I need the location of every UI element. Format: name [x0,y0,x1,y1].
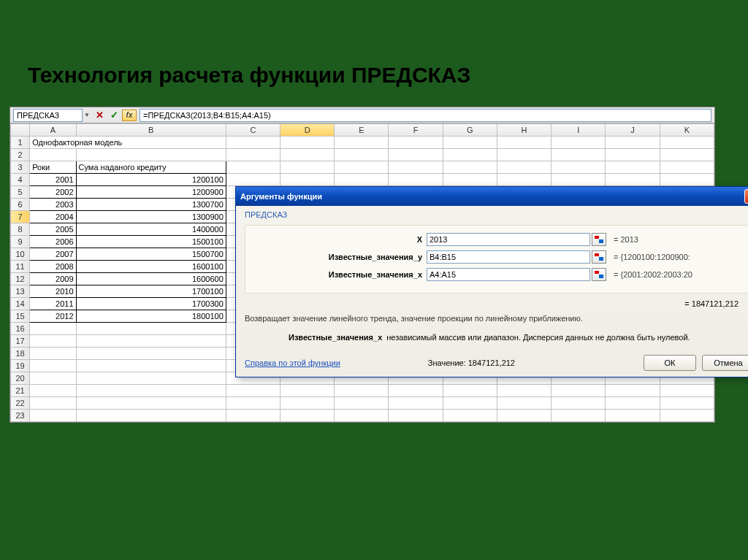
cell[interactable] [226,410,280,422]
row-header[interactable]: 7 [11,211,30,223]
col-header-F[interactable]: F [389,124,443,137]
row-header[interactable]: 12 [11,273,30,285]
cell[interactable] [76,149,226,161]
cell[interactable] [226,385,280,397]
cell[interactable] [660,174,714,186]
row-header[interactable]: 16 [11,323,30,335]
cell[interactable] [497,149,551,161]
cell[interactable] [30,360,76,372]
cell[interactable] [389,397,443,410]
cell[interactable] [76,360,226,372]
cell[interactable] [443,410,497,422]
arg-input-known-y[interactable] [427,250,590,264]
cell[interactable]: 1500700 [76,248,226,261]
cell[interactable] [280,161,335,174]
cell[interactable]: 2009 [30,273,76,285]
cell[interactable]: 1800100 [76,310,226,323]
cell[interactable] [443,174,497,186]
cell[interactable] [280,385,335,397]
cell[interactable] [606,174,660,186]
cell[interactable]: 2002 [30,186,76,199]
col-header-I[interactable]: I [552,124,606,137]
cell[interactable]: 2006 [30,236,76,248]
cell[interactable] [226,397,280,410]
cell[interactable]: 2010 [30,285,76,298]
col-header-C[interactable]: C [226,124,280,137]
cell[interactable]: 1300900 [76,211,226,223]
cell[interactable] [226,149,280,161]
cell[interactable] [552,385,606,397]
cell[interactable] [606,137,660,149]
cell[interactable]: 2005 [30,223,76,236]
accept-formula-icon[interactable]: ✓ [107,109,121,122]
row-header[interactable]: 21 [11,385,30,397]
col-header-B[interactable]: B [76,124,226,137]
cell[interactable] [497,385,551,397]
col-header-D[interactable]: D [280,124,335,137]
cell[interactable] [335,161,389,174]
row-header[interactable]: 11 [11,261,30,273]
row-header[interactable]: 23 [11,410,30,422]
cell[interactable] [497,137,551,149]
cell[interactable] [30,348,76,360]
col-header-J[interactable]: J [606,124,660,137]
cell[interactable]: Роки [30,161,76,174]
cell[interactable]: Сума наданого кредиту [76,161,226,174]
cell[interactable] [335,385,389,397]
cell[interactable] [606,397,660,410]
namebox-dropdown-icon[interactable]: ▼ [83,112,91,118]
row-header[interactable]: 6 [11,199,30,211]
row-header[interactable]: 18 [11,348,30,360]
row-header[interactable]: 20 [11,372,30,385]
range-selector-icon[interactable] [592,250,606,264]
arg-input-known-x[interactable] [427,268,590,281]
cell[interactable] [660,149,714,161]
cell[interactable] [389,410,443,422]
cell[interactable] [76,323,226,335]
cell[interactable] [552,397,606,410]
cell[interactable] [226,174,280,186]
ok-button[interactable]: ОК [644,355,696,371]
cell[interactable]: 1600100 [76,261,226,273]
cell[interactable] [76,335,226,348]
formula-input[interactable]: =ПРЕДСКАЗ(2013;B4:B15;A4:A15) [140,109,711,122]
row-header[interactable]: 13 [11,285,30,298]
cell[interactable] [280,410,335,422]
cell[interactable]: 1700100 [76,285,226,298]
cell[interactable] [606,149,660,161]
cell[interactable] [30,149,76,161]
close-icon[interactable]: ✕ [744,189,748,204]
row-header[interactable]: 8 [11,223,30,236]
row-header[interactable]: 5 [11,186,30,199]
cell[interactable] [76,410,226,422]
dialog-titlebar[interactable]: Аргументы функции ✕ [236,187,748,206]
name-box[interactable]: ПРЕДСКАЗ [13,109,83,122]
cell[interactable] [606,161,660,174]
cell[interactable] [30,335,76,348]
cell[interactable]: Однофакторная модель [30,137,226,149]
cell[interactable] [389,149,443,161]
cell[interactable] [335,174,389,186]
cell[interactable] [443,397,497,410]
cell[interactable] [660,161,714,174]
cell[interactable]: 2004 [30,211,76,223]
cell[interactable] [389,137,443,149]
row-header[interactable]: 14 [11,298,30,310]
range-selector-icon[interactable] [592,268,606,281]
cell[interactable]: 1400000 [76,223,226,236]
col-header-K[interactable]: K [660,124,714,137]
cell[interactable] [497,161,551,174]
cell[interactable] [280,174,335,186]
cell[interactable] [443,149,497,161]
cell[interactable] [389,161,443,174]
col-header-G[interactable]: G [443,124,497,137]
cell[interactable] [280,137,335,149]
help-link[interactable]: Справка по этой функции [245,358,340,367]
cell[interactable] [497,174,551,186]
cell[interactable] [335,149,389,161]
cell[interactable]: 1500100 [76,236,226,248]
cell[interactable]: 1700300 [76,298,226,310]
cell[interactable] [606,385,660,397]
cell[interactable] [660,410,714,422]
cell[interactable] [30,410,76,422]
